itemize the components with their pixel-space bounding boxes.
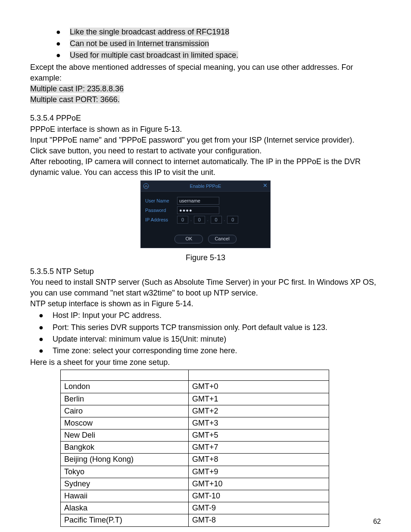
bullet-text: Time zone: select your corresponding tim… — [53, 346, 237, 355]
page-number: 62 — [373, 517, 381, 526]
username-input[interactable]: username — [177, 197, 219, 205]
table-row: TokyoGMT+9 — [61, 466, 329, 478]
tz-offset-cell — [189, 370, 329, 381]
dialog-titlebar: Enable PPPoE ✕ — [141, 181, 270, 192]
tz-city-cell: Hawaii — [61, 490, 189, 502]
tz-city-cell: New Deli — [61, 429, 189, 442]
bullet-text: Used for multiple cast broadcast in limi… — [70, 51, 238, 59]
password-label: Password — [145, 207, 177, 214]
tz-offset-cell: GMT+9 — [189, 466, 329, 478]
username-label: User Name — [145, 198, 177, 204]
table-row — [61, 370, 329, 381]
tz-offset-cell: GMT+8 — [189, 454, 329, 466]
list-item: Can not be used in Internet transmission — [56, 38, 381, 49]
pppoe-heading: 5.3.5.4 PPPoE — [30, 113, 381, 124]
tz-offset-cell: GMT+7 — [189, 442, 329, 454]
tz-city-cell: Pacific Time(P.T) — [61, 514, 189, 526]
ip-label: IP Address — [145, 217, 177, 223]
tz-offset-cell: GMT+10 — [189, 478, 329, 490]
tz-city-cell: Cairo — [61, 405, 189, 417]
page: Like the single broadcast address of RFC… — [30, 27, 381, 527]
table-row: CairoGMT+2 — [61, 405, 329, 417]
list-item: Used for multiple cast broadcast in limi… — [56, 50, 381, 61]
pppoe-p3: Click save button, you need to restart t… — [30, 146, 381, 156]
tz-offset-cell: GMT+2 — [189, 405, 329, 417]
table-row: SydneyGMT+10 — [61, 478, 329, 490]
pppoe-dialog: Enable PPPoE ✕ User Name username Passwo… — [140, 180, 271, 248]
figure-caption: Figure 5-13 — [30, 252, 381, 263]
multicast-ip-line: Multiple cast IP: 235.8.8.36 — [30, 84, 381, 94]
ip-dot: . — [188, 217, 194, 223]
timezone-table: LondonGMT+0BerlinGMT+1CairoGMT+2MoscowGM… — [60, 370, 329, 526]
pppoe-p2: Input "PPPoE name" and "PPPoE password" … — [30, 135, 381, 146]
multicast-port-line: Multiple cast PORT: 3666. — [30, 94, 381, 105]
tz-city-cell: Tokyo — [61, 466, 189, 478]
username-row: User Name username — [145, 197, 266, 205]
dialog-buttons: OK Cancel — [145, 235, 266, 243]
table-row: MoscowGMT+3 — [61, 417, 329, 429]
pppoe-p1: PPPoE interface is shown as in Figure 5-… — [30, 124, 381, 135]
ntp-p2: NTP setup interface is shown as in Figur… — [30, 299, 381, 309]
ip-address-input[interactable]: 0 . 0 . 0 . 0 — [177, 216, 238, 224]
tz-city-cell: Berlin — [61, 393, 189, 405]
intro-paragraph: Except the above mentioned addresses of … — [30, 62, 381, 84]
dialog-body: User Name username Password ●●●● IP Addr… — [141, 192, 270, 248]
ok-button[interactable]: OK — [174, 235, 203, 243]
ip-octet[interactable]: 0 — [227, 216, 238, 224]
ntp-bullets: Host IP: Input your PC address. Port: Th… — [30, 310, 381, 356]
tz-offset-cell: GMT-8 — [189, 514, 329, 526]
tz-city-cell: London — [61, 381, 189, 393]
dialog-title: Enable PPPoE — [141, 183, 270, 190]
ip-octet[interactable]: 0 — [177, 216, 188, 224]
tz-offset-cell: GMT-10 — [189, 490, 329, 502]
ntp-p1: You need to install SNTP server (Such as… — [30, 277, 381, 299]
pppoe-dialog-figure: Enable PPPoE ✕ User Name username Passwo… — [30, 180, 381, 248]
tz-offset-cell: GMT+3 — [189, 417, 329, 429]
ip-octet[interactable]: 0 — [194, 216, 205, 224]
tz-city-cell: Sydney — [61, 478, 189, 490]
tz-offset-cell: GMT-9 — [189, 502, 329, 514]
cancel-button[interactable]: Cancel — [208, 235, 237, 243]
table-row: AlaskaGMT-9 — [61, 502, 329, 514]
table-row: HawaiiGMT-10 — [61, 490, 329, 502]
list-item: Like the single broadcast address of RFC… — [56, 27, 381, 37]
tz-offset-cell: GMT+1 — [189, 393, 329, 405]
bullet-text: Port: This series DVR supports TCP trans… — [53, 323, 327, 332]
tz-city-cell: Moscow — [61, 417, 189, 429]
bullet-text: Can not be used in Internet transmission — [70, 39, 209, 48]
bullet-text: Host IP: Input your PC address. — [53, 311, 162, 320]
password-row: Password ●●●● — [145, 206, 266, 214]
list-item: Time zone: select your corresponding tim… — [39, 345, 381, 356]
tz-offset-cell: GMT+0 — [189, 381, 329, 393]
bullet-text: Update interval: minimum value is 15(Uni… — [53, 335, 226, 343]
table-row: BerlinGMT+1 — [61, 393, 329, 405]
ip-row: IP Address 0 . 0 . 0 . 0 — [145, 216, 266, 224]
bullet-text: Like the single broadcast address of RFC… — [70, 28, 229, 36]
ip-dot: . — [205, 217, 211, 223]
table-row: LondonGMT+0 — [61, 381, 329, 393]
tz-city-cell — [61, 370, 189, 381]
ntp-heading: 5.3.5.5 NTP Setup — [30, 266, 381, 277]
intro-bullets: Like the single broadcast address of RFC… — [30, 27, 381, 61]
list-item: Port: This series DVR supports TCP trans… — [39, 322, 381, 333]
list-item: Host IP: Input your PC address. — [39, 310, 381, 321]
list-item: Update interval: minimum value is 15(Uni… — [39, 334, 381, 345]
pppoe-p4: After rebooting, IP camera will connect … — [30, 156, 381, 178]
close-icon[interactable]: ✕ — [263, 183, 268, 188]
password-input[interactable]: ●●●● — [177, 206, 219, 214]
tz-offset-cell: GMT+5 — [189, 429, 329, 442]
tz-city-cell: Bangkok — [61, 442, 189, 454]
tz-city-cell: Alaska — [61, 502, 189, 514]
table-row: New DeliGMT+5 — [61, 429, 329, 442]
ntp-p3: Here is a sheet for your time zone setup… — [30, 357, 381, 368]
table-row: BangkokGMT+7 — [61, 442, 329, 454]
ip-octet[interactable]: 0 — [211, 216, 222, 224]
table-row: Pacific Time(P.T)GMT-8 — [61, 514, 329, 526]
ip-dot: . — [222, 217, 227, 223]
table-row: Beijing (Hong Kong)GMT+8 — [61, 454, 329, 466]
tz-city-cell: Beijing (Hong Kong) — [61, 454, 189, 466]
